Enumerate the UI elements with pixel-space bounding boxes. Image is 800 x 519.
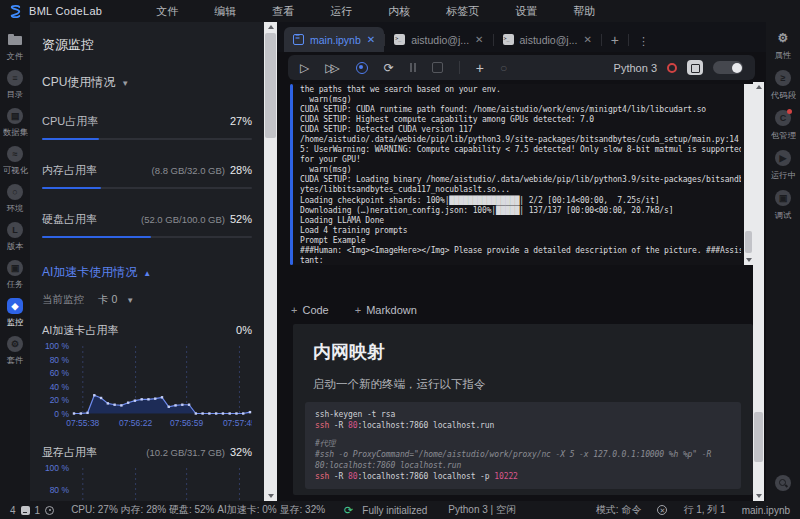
panel-item-包管理[interactable]: C包管理 — [770, 110, 797, 142]
tab-label: aistudio@j... — [411, 34, 469, 46]
kernel-count[interactable]: 1 — [35, 505, 41, 516]
sidebar-item-label: 可视化 — [3, 165, 28, 177]
scrollbar-thumb[interactable] — [754, 412, 763, 462]
sidebar-item-套件[interactable]: ⚙套件 — [6, 336, 24, 367]
meter-row: 硬盘占用率(52.0 GB/100.0 GB)52% — [42, 212, 252, 227]
meter-progress-fill — [42, 236, 151, 238]
panel-scrollbar[interactable] — [264, 22, 277, 501]
new-tab-button[interactable]: + — [602, 32, 628, 48]
meter-label: 内存占用率 — [42, 163, 97, 178]
editor-mode[interactable]: 模式: 命令 — [596, 503, 642, 517]
scroll-down-arrow-icon[interactable] — [264, 491, 277, 501]
output-scrollbar[interactable] — [744, 84, 753, 265]
panel-item-运行中[interactable]: ▶运行中 — [770, 150, 797, 182]
tab-overflow-menu[interactable]: ⋮ — [629, 35, 659, 48]
ai-accelerator-usage-svg: 100 %80 %60 %40 %20 %0 %07:55:3807:56:22… — [42, 342, 252, 429]
menubar-item[interactable]: 运行 — [312, 4, 370, 19]
menubar-item[interactable]: 设置 — [497, 4, 555, 19]
markdown-heading: 内网映射 — [313, 340, 753, 364]
sidebar-item-监控[interactable]: ◆监控 — [6, 298, 24, 329]
add-code-cell-button[interactable]: +Code — [291, 304, 329, 316]
vram-usage-value: 32% — [230, 446, 252, 458]
restart-kernel-button[interactable]: ⟳ — [384, 62, 394, 74]
notifications-icon[interactable]: ✕ — [657, 505, 667, 515]
meter-label: 硬盘占用率 — [42, 212, 97, 227]
sidebar-item-文件[interactable]: 文件 — [6, 32, 24, 63]
run-cell-button[interactable]: ▷ — [300, 62, 309, 74]
panel-item-调试[interactable]: ▣调试 — [774, 190, 792, 222]
panel-item-代码段[interactable]: ≥代码段 — [770, 70, 797, 102]
code-segment: ssh — [315, 472, 329, 481]
ai-usage-value: 0% — [236, 324, 252, 336]
gear-icon: ⚙ — [775, 30, 791, 46]
card-select-dropdown[interactable]: 卡 0 ▼ — [98, 293, 134, 307]
sidebar-item-数据集[interactable]: ▤数据集 — [2, 108, 29, 139]
cursor-position[interactable]: 行 1, 列 1 — [683, 503, 725, 517]
scroll-down-arrow-icon[interactable] — [753, 491, 764, 501]
sidebar-item-目录[interactable]: ≡目录 — [6, 70, 24, 101]
search-button[interactable] — [775, 475, 791, 491]
package-icon: C — [775, 110, 791, 126]
meter-1: 内存占用率(8.8 GB/32.0 GB)28% — [42, 163, 252, 189]
tab-aistudio@j...[interactable]: aistudio@j...✕ — [494, 27, 601, 52]
add-markdown-cell-button[interactable]: +Markdown — [355, 304, 417, 316]
kernel-status[interactable]: Python 3 | 空闲 — [448, 503, 516, 517]
close-icon[interactable]: ✕ — [583, 34, 591, 45]
meter-progress-bar — [42, 236, 252, 238]
tab-aistudio@j...[interactable]: aistudio@j...✕ — [385, 27, 492, 52]
code-segment: :localhost:7860 localhost.run — [357, 421, 494, 430]
code-line: #ssh -o ProxyCommand="/home/aistudio/wor… — [315, 449, 731, 471]
meter-progress-bar — [42, 138, 252, 140]
menubar-item[interactable]: 文件 — [138, 4, 196, 19]
panel-item-属性[interactable]: ⚙属性 — [774, 30, 792, 62]
notebook-scrollbar[interactable] — [753, 82, 764, 501]
markdown-code-block: ssh-keygen -t rsassh -R 80:localhost:786… — [305, 402, 741, 489]
sidebar-item-版本[interactable]: L版本 — [6, 222, 24, 253]
bml-logo-icon — [8, 4, 23, 19]
menubar-item[interactable]: 帮助 — [555, 4, 613, 19]
panel-item-label: 调试 — [775, 210, 792, 222]
code-segment: 10222 — [494, 472, 518, 481]
code-line: ssh -R 80:localhost:7860 localhost.run — [315, 420, 731, 431]
tab-main.ipynb[interactable]: main.ipynb✕ — [284, 27, 384, 52]
menubar-item[interactable]: 标签页 — [428, 4, 497, 19]
env-icon: ○ — [7, 184, 23, 200]
menubar-item[interactable]: 编辑 — [196, 4, 254, 19]
cell-output-text: the paths that we search based on your e… — [300, 85, 741, 265]
sidebar-item-label: 版本 — [7, 241, 24, 253]
search-icon — [775, 475, 791, 491]
current-filename: main.ipynb — [742, 505, 790, 516]
export-button[interactable] — [432, 62, 443, 73]
sidebar-item-可视化[interactable]: ≈可视化 — [2, 146, 29, 177]
run-all-button[interactable]: ▷▷ — [325, 62, 339, 74]
output-cell[interactable]: the paths that we search based on your e… — [290, 84, 753, 265]
terminal-count[interactable]: 4 — [10, 505, 16, 516]
kernel-name[interactable]: Python 3 — [614, 62, 657, 74]
init-status: Fully initialized — [362, 505, 427, 516]
scrollbar-thumb[interactable] — [265, 33, 276, 138]
close-icon[interactable]: ✕ — [367, 34, 375, 45]
scrollbar-thumb[interactable] — [745, 231, 752, 253]
sidebar-item-任务[interactable]: ▣任务 — [6, 260, 24, 291]
close-icon[interactable]: ✕ — [475, 34, 483, 45]
scroll-down-arrow-icon[interactable] — [744, 255, 753, 265]
ai-usage-label: AI加速卡占用率 — [42, 323, 118, 338]
dataset-icon: ▤ — [7, 108, 23, 124]
pause-button[interactable] — [410, 63, 416, 72]
cpu-section-title: CPU使用情况 — [42, 75, 115, 89]
interrupt-kernel-button[interactable] — [356, 62, 368, 74]
ai-section-header[interactable]: AI加速卡使用情况▲ — [42, 264, 252, 281]
menubar-item[interactable]: 内核 — [370, 4, 428, 19]
svg-text:100 %: 100 % — [45, 464, 70, 473]
simple-mode-button[interactable] — [687, 60, 703, 75]
add-markdown-label: Markdown — [366, 304, 417, 316]
sidebar-item-环境[interactable]: ○环境 — [6, 184, 24, 215]
add-cell-button[interactable]: + — [476, 61, 484, 75]
mode-toggle[interactable] — [713, 61, 743, 74]
cpu-section-header[interactable]: CPU使用情况▼ — [42, 74, 252, 91]
markdown-cell[interactable]: 内网映射 启动一个新的终端，运行以下指令 ssh-keygen -t rsass… — [293, 324, 753, 495]
scroll-up-arrow-icon[interactable] — [264, 22, 277, 32]
busy-indicator-icon: ○ — [500, 62, 507, 74]
scroll-up-arrow-icon[interactable] — [753, 82, 764, 92]
menubar-item[interactable]: 查看 — [254, 4, 312, 19]
